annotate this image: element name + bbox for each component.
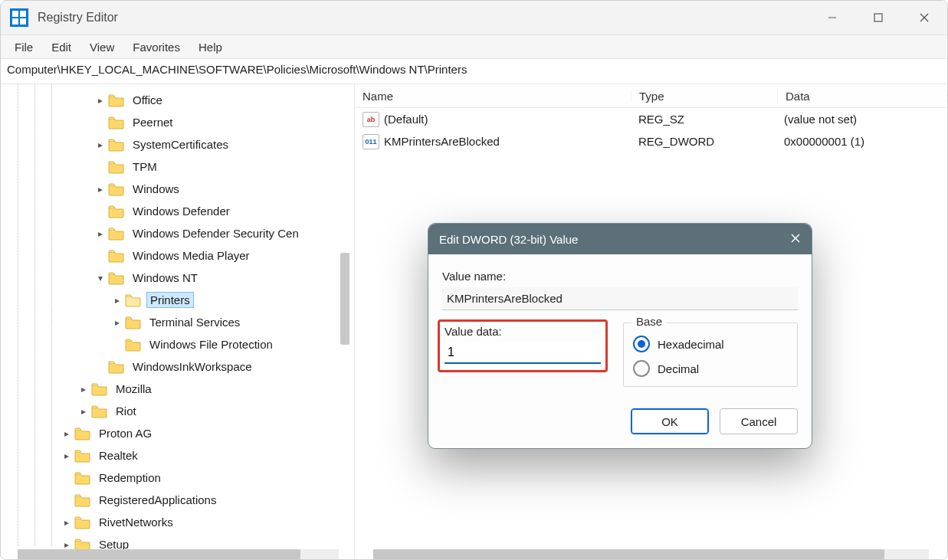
folder-icon (108, 93, 125, 107)
app-title: Registry Editor (38, 11, 118, 25)
folder-icon (125, 316, 142, 329)
tree-item-label: Windows Defender Security Cen (130, 226, 302, 241)
tree-item-label: Terminal Services (146, 315, 243, 329)
tree-item-label: Mozilla (113, 382, 155, 396)
expander-icon[interactable]: ▾ (93, 273, 108, 283)
tree-item-label: Windows NT (130, 270, 201, 285)
expander-icon[interactable]: ▸ (59, 428, 74, 439)
value-type: REG_SZ (631, 113, 776, 126)
value-name-field (442, 287, 798, 310)
expander-icon[interactable]: ▸ (59, 539, 74, 550)
tree-item[interactable]: RegisteredApplications (1, 489, 354, 511)
list-hscroll[interactable] (373, 549, 929, 560)
value-sz-icon: ab (362, 112, 379, 127)
folder-icon (108, 360, 125, 374)
radio-dec[interactable]: Decimal (633, 360, 788, 377)
tree-item[interactable]: Peernet (1, 111, 354, 133)
svg-rect-1 (874, 14, 882, 21)
ok-button[interactable]: OK (631, 408, 709, 434)
close-button[interactable] (901, 1, 947, 34)
tree-pane[interactable]: ▸OfficePeernet▸SystemCertificatesTPM▸Win… (1, 84, 355, 560)
dialog-body: Value name: Value data: Base Hexadecimal (428, 254, 812, 448)
expander-icon[interactable]: ▸ (93, 184, 108, 195)
minimize-button[interactable] (809, 1, 855, 34)
tree-item[interactable]: Redemption (1, 467, 354, 489)
address-bar[interactable]: Computer\HKEY_LOCAL_MACHINE\SOFTWARE\Pol… (1, 58, 947, 84)
expander-icon[interactable]: ▸ (59, 517, 74, 528)
tree-item[interactable]: ▸Windows (1, 178, 354, 200)
folder-icon (91, 404, 108, 418)
tree-hscroll-thumb[interactable] (18, 549, 300, 560)
expander-icon[interactable]: ▸ (110, 317, 125, 328)
tree-item[interactable]: ▸Printers (1, 289, 354, 311)
col-name[interactable]: Name (355, 90, 631, 103)
folder-icon (108, 227, 125, 241)
tree-item-label: Windows (130, 182, 182, 196)
value-data-highlight: Value data: (438, 319, 608, 372)
tree-item-label: Redemption (96, 470, 164, 485)
expander-icon[interactable]: ▸ (59, 450, 74, 461)
tree-item-label: TPM (130, 159, 160, 174)
window-buttons (809, 1, 947, 34)
tree-item[interactable]: ▸Proton AG (1, 422, 354, 444)
tree-item[interactable]: ▸Mozilla (1, 378, 354, 400)
menu-favorites[interactable]: Favorites (125, 38, 188, 57)
folder-icon (108, 138, 125, 152)
col-type[interactable]: Type (631, 90, 778, 103)
tree-item[interactable]: WindowsInkWorkspace (1, 355, 354, 378)
dialog-titlebar[interactable]: Edit DWORD (32-bit) Value (428, 224, 812, 254)
value-dw-icon: 011 (362, 134, 379, 149)
value-data: 0x00000001 (1) (776, 135, 947, 148)
edit-dword-dialog: Edit DWORD (32-bit) Value Value name: Va… (428, 223, 812, 449)
radio-hex-icon (633, 336, 650, 352)
value-data-input[interactable] (444, 342, 601, 364)
tree-item[interactable]: Windows Defender (1, 200, 354, 222)
tree-item[interactable]: ▸Realtek (1, 444, 354, 467)
list-row[interactable]: 011KMPrintersAreBlockedREG_DWORD0x000000… (355, 130, 947, 152)
tree-item-label: Riot (113, 404, 139, 418)
cancel-button[interactable]: Cancel (720, 408, 798, 434)
list-hscroll-thumb[interactable] (373, 549, 884, 560)
value-name-label: Value name: (442, 270, 798, 283)
tree-hscroll[interactable] (18, 549, 339, 560)
tree-item-label: Windows File Protection (146, 337, 276, 352)
radio-hex[interactable]: Hexadecimal (633, 336, 788, 352)
menu-file[interactable]: File (7, 38, 41, 57)
tree-item[interactable]: ▸Terminal Services (1, 311, 354, 333)
tree-item[interactable]: Windows File Protection (1, 333, 354, 355)
tree-item-label: RegisteredApplications (96, 493, 219, 507)
tree-item[interactable]: ▾Windows NT (1, 267, 354, 289)
list-row[interactable]: ab(Default)REG_SZ(value not set) (355, 108, 947, 130)
expander-icon[interactable]: ▸ (76, 384, 91, 395)
expander-icon[interactable]: ▸ (93, 228, 108, 239)
tree-item-label: Windows Defender (130, 204, 233, 218)
value-name: KMPrintersAreBlocked (384, 135, 500, 148)
folder-icon (74, 449, 91, 463)
tree-item[interactable]: ▸Windows Defender Security Cen (1, 222, 354, 244)
tree-vscroll-thumb[interactable] (340, 253, 349, 345)
expander-icon[interactable]: ▸ (93, 95, 108, 106)
dialog-close-icon[interactable] (790, 233, 801, 246)
menu-help[interactable]: Help (191, 38, 230, 57)
menu-view[interactable]: View (82, 38, 122, 57)
tree-item[interactable]: Windows Media Player (1, 244, 354, 267)
tree-item[interactable]: ▸SystemCertificates (1, 133, 354, 156)
tree-item-label: SystemCertificates (130, 137, 231, 152)
maximize-button[interactable] (855, 1, 901, 34)
tree-item-label: Printers (146, 292, 194, 308)
tree-item[interactable]: TPM (1, 156, 354, 178)
expander-icon[interactable]: ▸ (93, 139, 108, 150)
folder-icon (108, 160, 125, 174)
col-data[interactable]: Data (778, 90, 947, 103)
folder-icon (74, 493, 91, 507)
tree-item[interactable]: ▸RivetNetworks (1, 511, 354, 533)
folder-icon (108, 205, 125, 218)
expander-icon[interactable]: ▸ (110, 295, 125, 306)
menubar: File Edit View Favorites Help (1, 35, 947, 58)
menu-edit[interactable]: Edit (44, 38, 79, 57)
tree-item-label: RivetNetworks (96, 515, 176, 529)
folder-icon (108, 182, 125, 196)
tree-item[interactable]: ▸Riot (1, 400, 354, 422)
tree-item[interactable]: ▸Office (1, 89, 354, 111)
expander-icon[interactable]: ▸ (76, 406, 91, 417)
